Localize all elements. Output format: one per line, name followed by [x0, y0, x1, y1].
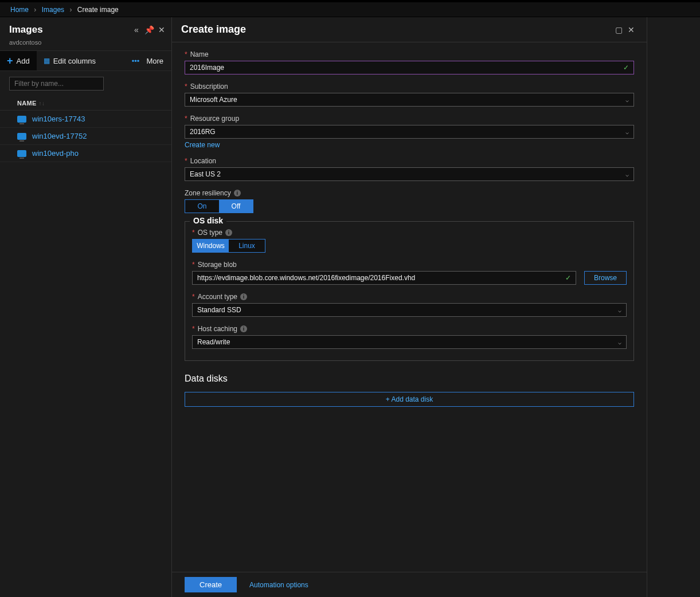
- required-icon: *: [185, 115, 187, 123]
- os-disk-heading: OS disk: [190, 216, 226, 225]
- list-item[interactable]: win10ers-17743: [0, 111, 171, 128]
- chevron-down-icon: ⌵: [625, 171, 629, 178]
- info-icon[interactable]: i: [240, 293, 247, 300]
- required-icon: *: [192, 293, 195, 301]
- chevron-down-icon: ⌵: [625, 97, 629, 103]
- account-type-select[interactable]: Standard SSD⌵: [192, 303, 627, 317]
- more-icon: •••: [132, 57, 140, 65]
- chevron-right-icon: ›: [34, 6, 36, 14]
- location-label: Location: [190, 157, 216, 165]
- close-icon[interactable]: ✕: [625, 23, 638, 36]
- add-button[interactable]: +Add: [0, 51, 37, 70]
- name-input[interactable]: 2016Image✓: [185, 61, 634, 74]
- panel-title: Images: [9, 24, 130, 36]
- plus-icon: +: [7, 57, 13, 65]
- list-item[interactable]: win10evd-17752: [0, 128, 171, 145]
- sort-icon: ↑↓: [39, 100, 45, 107]
- os-type-label: OS type: [198, 229, 222, 237]
- columns-icon: ▦: [44, 57, 50, 65]
- host-caching-select[interactable]: Read/write⌵: [192, 335, 627, 349]
- browse-button[interactable]: Browse: [584, 271, 627, 285]
- edit-columns-button[interactable]: ▦Edit columns: [37, 51, 103, 70]
- filter-input[interactable]: [9, 77, 104, 91]
- subscription-label: avdcontoso: [0, 39, 171, 50]
- required-icon: *: [192, 325, 195, 333]
- chevron-down-icon: ⌵: [625, 129, 629, 135]
- storage-blob-label: Storage blob: [198, 261, 237, 269]
- info-icon[interactable]: i: [240, 325, 247, 332]
- collapse-icon[interactable]: «: [130, 23, 143, 36]
- data-disks-heading: Data disks: [185, 374, 634, 384]
- vm-image-icon: [17, 150, 26, 157]
- check-icon: ✓: [565, 274, 571, 282]
- required-icon: *: [185, 157, 187, 165]
- subscription-select[interactable]: Microsoft Azure⌵: [185, 93, 634, 107]
- subscription-label: Subscription: [190, 83, 228, 91]
- zone-label: Zone resiliency: [185, 189, 231, 197]
- host-caching-label: Host caching: [198, 325, 237, 333]
- breadcrumb: Home › Images › Create image: [0, 2, 700, 17]
- page-title: Create image: [181, 23, 612, 36]
- name-label: Name: [190, 50, 209, 58]
- info-icon[interactable]: i: [225, 229, 232, 236]
- chevron-down-icon: ⌵: [618, 339, 621, 345]
- required-icon: *: [192, 261, 195, 269]
- info-icon[interactable]: i: [234, 190, 241, 197]
- os-windows[interactable]: Windows: [193, 239, 229, 252]
- required-icon: *: [185, 50, 187, 58]
- add-data-disk-button[interactable]: + Add data disk: [185, 392, 634, 407]
- pin-icon[interactable]: 📌: [143, 23, 155, 36]
- create-button[interactable]: Create: [185, 577, 237, 592]
- required-icon: *: [185, 83, 187, 91]
- breadcrumb-current: Create image: [77, 6, 119, 14]
- list-item[interactable]: win10evd-pho: [0, 145, 171, 162]
- zone-on[interactable]: On: [185, 200, 219, 213]
- location-select[interactable]: East US 2⌵: [185, 167, 634, 181]
- resource-group-label: Resource group: [190, 115, 239, 123]
- check-icon: ✓: [623, 64, 629, 72]
- vm-image-icon: [17, 116, 26, 123]
- maximize-icon[interactable]: ▢: [612, 23, 625, 36]
- chevron-right-icon: ›: [69, 6, 72, 14]
- close-icon[interactable]: ✕: [155, 23, 168, 36]
- storage-blob-input[interactable]: https://evdimage.blob.core.windows.net/2…: [192, 271, 576, 285]
- vm-image-icon: [17, 133, 26, 140]
- chevron-down-icon: ⌵: [618, 307, 621, 313]
- resource-group-select[interactable]: 2016RG⌵: [185, 125, 634, 139]
- create-new-link[interactable]: Create new: [185, 141, 220, 149]
- automation-options-link[interactable]: Automation options: [249, 581, 308, 589]
- os-type-toggle[interactable]: Windows Linux: [192, 239, 265, 253]
- account-type-label: Account type: [198, 293, 237, 301]
- column-header-name[interactable]: NAME↑↓: [0, 96, 171, 111]
- os-linux[interactable]: Linux: [229, 239, 265, 252]
- breadcrumb-images[interactable]: Images: [42, 6, 64, 14]
- zone-toggle[interactable]: On Off: [185, 199, 253, 213]
- zone-off[interactable]: Off: [219, 200, 253, 213]
- breadcrumb-home[interactable]: Home: [10, 6, 29, 14]
- required-icon: *: [192, 229, 195, 237]
- more-button[interactable]: •••More: [125, 51, 171, 70]
- empty-panel: [647, 17, 700, 597]
